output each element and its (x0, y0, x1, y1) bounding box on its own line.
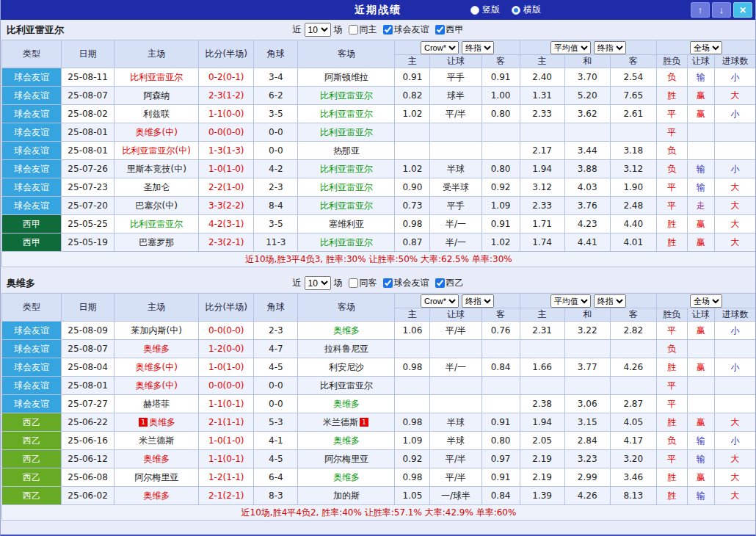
home-team[interactable]: 米兰德斯 (115, 432, 199, 450)
match-score[interactable]: 2-1(2-1) (199, 487, 254, 505)
match-score[interactable]: 4-2(3-1) (199, 215, 254, 233)
odds-stage-select[interactable]: 终指 (462, 41, 494, 54)
bookmaker-select[interactable]: Crow* (421, 294, 459, 308)
match-score[interactable]: 1-2(1-1) (199, 468, 254, 487)
home-team[interactable]: 奥维多 (115, 450, 199, 468)
home-team[interactable]: 里斯本竞技(中) (115, 160, 199, 178)
same-venue-checkbox[interactable] (349, 25, 358, 35)
league-filter[interactable]: 西乙 (435, 277, 464, 289)
match-score[interactable]: 1-1(0-1) (199, 450, 254, 468)
away-team[interactable]: 米兰德斯1 (298, 413, 395, 432)
average-stage-select[interactable]: 终指 (594, 294, 626, 308)
scope-select[interactable]: 全场 (690, 294, 722, 308)
away-team[interactable]: 比利亚雷亚尔 (298, 233, 395, 252)
avg-odds-draw: 4.26 (564, 487, 610, 505)
match-score[interactable]: 0-2(0-1) (199, 68, 254, 87)
away-team[interactable]: 拉科鲁尼亚 (298, 340, 395, 358)
home-team[interactable]: 奥维多(中) (115, 123, 199, 142)
average-select[interactable]: 平均值 (550, 41, 591, 54)
home-team[interactable]: 1奥维多 (115, 413, 199, 432)
average-select[interactable]: 平均值 (550, 294, 591, 308)
initial-odds-away: 0.91 (481, 468, 520, 487)
match-score[interactable]: 0-0(0-0) (199, 123, 254, 142)
away-team[interactable]: 奥维多 (298, 432, 395, 450)
away-team[interactable]: 奥维多 (298, 395, 395, 413)
match-score[interactable]: 1-0(1-0) (199, 160, 254, 178)
match-score[interactable]: 2-1(1-1) (199, 413, 254, 432)
home-team[interactable]: 阿尔梅里亚 (115, 468, 199, 487)
match-row: 西乙25-06-221奥维多2-1(1-1)5-3米兰德斯10.98半球0.91… (2, 413, 756, 432)
match-score[interactable]: 1-1(0-0) (199, 105, 254, 123)
radio-icon[interactable] (512, 6, 520, 15)
league-checkbox[interactable] (435, 278, 445, 288)
scope-select[interactable]: 全场 (690, 41, 722, 54)
away-team[interactable]: 比利亚雷亚尔 (298, 197, 395, 215)
layout-radio-horizontal[interactable]: 横版 (512, 4, 541, 16)
match-score[interactable]: 0-0(0-0) (199, 377, 254, 395)
match-score[interactable]: 1-3(1-3) (199, 142, 254, 160)
match-score[interactable]: 2-3(2-1) (199, 233, 254, 252)
away-team[interactable]: 塞维利亚 (298, 215, 395, 233)
home-team[interactable]: 圣加仑 (115, 178, 199, 197)
friendly-filter[interactable]: 球会友谊 (383, 277, 429, 289)
home-team[interactable]: 奥维多(中) (115, 377, 199, 395)
home-team[interactable]: 阿森纳 (115, 87, 199, 105)
close-button[interactable]: ✕ (733, 2, 752, 18)
match-score[interactable]: 1-2(0-0) (199, 340, 254, 358)
same-venue-filter[interactable]: 同客 (349, 277, 377, 289)
friendly-checkbox[interactable] (383, 278, 393, 288)
away-team[interactable]: 阿斯顿维拉 (298, 68, 395, 87)
home-team[interactable]: 比利亚雷亚尔 (115, 68, 199, 87)
home-team[interactable]: 赫塔菲 (115, 395, 199, 413)
home-team[interactable]: 巴塞罗那 (115, 233, 199, 252)
radio-icon[interactable] (470, 6, 479, 15)
away-team[interactable]: 利安尼沙 (298, 358, 395, 377)
scroll-up-button[interactable]: ↑ (691, 2, 710, 18)
match-count-select[interactable]: 10 (305, 23, 331, 37)
home-team[interactable]: 奥维多 (115, 340, 199, 358)
home-team[interactable]: 比利亚雷亚尔(中) (115, 142, 199, 160)
friendly-checkbox[interactable] (383, 25, 393, 35)
scroll-down-button[interactable]: ↓ (712, 2, 731, 18)
home-team[interactable]: 奥维多 (115, 487, 199, 505)
home-team[interactable]: 奥维多(中) (115, 358, 199, 377)
league-checkbox[interactable] (435, 25, 445, 35)
away-team[interactable]: 比利亚雷亚尔 (298, 105, 395, 123)
away-team[interactable]: 阿尔梅里亚 (298, 450, 395, 468)
same-venue-label: 同主 (360, 23, 377, 36)
away-team[interactable]: 加的斯 (298, 487, 395, 505)
match-corners: 0-0 (254, 395, 298, 413)
away-team[interactable]: 奥维多 (298, 468, 395, 487)
away-team[interactable]: 奥维多 (298, 322, 395, 340)
home-team[interactable]: 利兹联 (115, 105, 199, 123)
match-score[interactable]: 0-0(0-0) (199, 322, 254, 340)
same-venue-filter[interactable]: 同主 (349, 23, 377, 36)
average-odds-controls: 平均值终指 (520, 294, 656, 308)
average-stage-select[interactable]: 终指 (594, 41, 626, 54)
home-team[interactable]: 比利亚雷亚尔 (115, 215, 199, 233)
bookmaker-select[interactable]: Crow* (421, 41, 459, 54)
match-count-select[interactable]: 10 (305, 276, 331, 290)
away-team[interactable]: 比利亚雷亚尔 (298, 87, 395, 105)
same-venue-checkbox[interactable] (349, 278, 358, 288)
league-filter[interactable]: 西甲 (435, 23, 464, 36)
away-team[interactable]: 比利亚雷亚尔 (298, 377, 395, 395)
odds-stage-select[interactable]: 终指 (462, 294, 494, 308)
match-score[interactable]: 2-3(1-2) (199, 87, 254, 105)
away-team[interactable]: 比利亚雷亚尔 (298, 178, 395, 197)
initial-handicap: 平/半 (430, 468, 481, 487)
match-score[interactable]: 3-3(2-2) (199, 197, 254, 215)
avg-odds-away: 1.90 (610, 178, 656, 197)
away-team[interactable]: 比利亚雷亚尔 (298, 123, 395, 142)
match-score[interactable]: 2-2(1-0) (199, 178, 254, 197)
match-score[interactable]: 1-1(0-1) (199, 395, 254, 413)
match-score[interactable]: 1-0(1-0) (199, 432, 254, 450)
col-type: 类型 (2, 294, 62, 322)
away-team[interactable]: 热那亚 (298, 142, 395, 160)
home-team[interactable]: 莱加内斯(中) (115, 322, 199, 340)
friendly-filter[interactable]: 球会友谊 (383, 23, 429, 36)
home-team[interactable]: 巴塞尔(中) (115, 197, 199, 215)
layout-radio-vertical[interactable]: 竖版 (470, 4, 500, 16)
match-score[interactable]: 1-0(1-0) (199, 358, 254, 377)
away-team[interactable]: 比利亚雷亚尔 (298, 160, 395, 178)
